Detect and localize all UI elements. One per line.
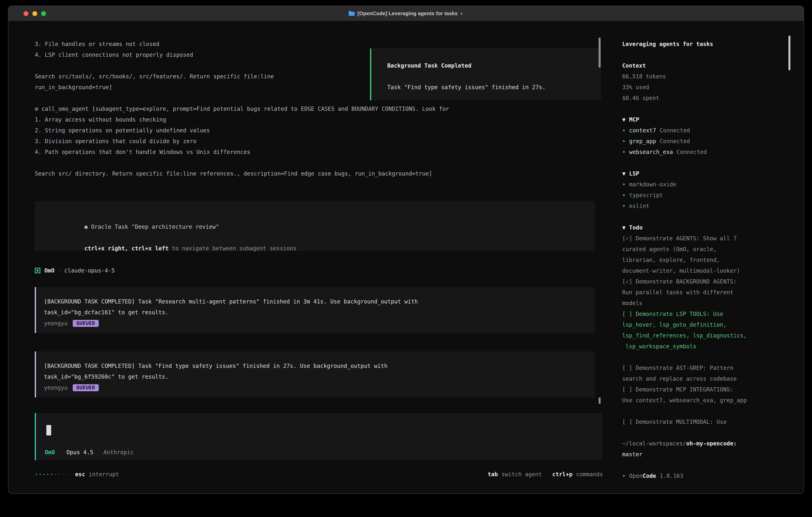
todo-line: document-writer, multimodal-looker) bbox=[622, 266, 747, 276]
agent-model: claude-opus-4-5 bbox=[64, 267, 115, 274]
context-spent: $0.46 spent bbox=[622, 93, 747, 104]
todo-line: librarian, explore, frontend, bbox=[622, 255, 747, 266]
bullet-icon: • bbox=[622, 203, 626, 209]
input-provider: Anthropic bbox=[103, 447, 134, 458]
todo-line: [ ] Demonstrate MCP INTEGRATIONS: bbox=[622, 384, 747, 395]
mcp-section-header[interactable]: ▼MCP bbox=[622, 114, 747, 125]
collapse-arrow-icon: ▼ bbox=[622, 170, 626, 177]
todo-line-active: lsp_workspace_symbols bbox=[622, 341, 747, 352]
mcp-item-name: websearch_exa bbox=[629, 149, 673, 155]
todo-line: [ ] Demonstrate MULTIMODAL: Use bbox=[622, 417, 747, 428]
prompt-input[interactable]: OmO Opus 4.5 Anthropic bbox=[35, 413, 602, 460]
todo-line: Use context7, websearch_exa, grep_app bbox=[622, 395, 747, 406]
context-tokens: 66,518 tokens bbox=[622, 71, 747, 82]
oracle-title: Oracle Task "Deep architecture review" bbox=[88, 223, 219, 230]
context-heading: Context bbox=[622, 60, 747, 71]
commands-label: commands bbox=[576, 469, 603, 480]
status-bar: ····· ···· esc interrupt tab switch agen… bbox=[35, 469, 603, 480]
mcp-item-name: grep_app bbox=[629, 138, 656, 144]
version-number: 1.0.163 bbox=[660, 472, 683, 479]
agent-icon bbox=[35, 268, 40, 273]
window-body: 3. File handles or streams not closed 4.… bbox=[8, 21, 804, 493]
oracle-hint: ctrl+x right, ctrl+x left to navigate be… bbox=[44, 232, 595, 243]
input-agent-name: OmO bbox=[45, 447, 55, 458]
esc-key-hint: esc bbox=[75, 469, 85, 480]
session-sidebar: Leveraging agents for tasks Context 66,5… bbox=[614, 21, 804, 493]
todo-line: [ ] Demonstrate AST-GREP: Pattern bbox=[622, 363, 747, 374]
mcp-item-status: Connected bbox=[660, 138, 690, 144]
message-author: yeongyu bbox=[44, 320, 67, 327]
main-scrollbar-thumb[interactable] bbox=[599, 398, 601, 404]
lsp-item: •markdown-oxide bbox=[622, 179, 747, 190]
traffic-light-close-button[interactable] bbox=[24, 11, 28, 16]
input-model: Opus 4.5 bbox=[66, 447, 93, 458]
sidebar-title: Leveraging agents for tasks bbox=[622, 39, 747, 50]
screen: [OpenCode] Leveraging agents for tasks ◐… bbox=[0, 0, 812, 517]
bullet-icon: • bbox=[622, 181, 626, 188]
tool-call-line: ⚙ call_omo_agent [subagent_type=explore,… bbox=[35, 104, 449, 114]
terminal-pane[interactable]: 3. File handles or streams not closed 4.… bbox=[8, 21, 614, 493]
bullet-icon: • bbox=[622, 138, 626, 144]
lsp-item-name: markdown-oxide bbox=[629, 181, 676, 188]
sidebar-scrollbar-thumb[interactable] bbox=[788, 35, 790, 71]
lsp-item: •eslint bbox=[622, 201, 747, 212]
oracle-icon: ◉ bbox=[84, 223, 88, 230]
input-meta: OmO Opus 4.5 Anthropic bbox=[45, 447, 134, 458]
mcp-item: •grep_appConnected bbox=[622, 136, 747, 147]
bullet-icon: • bbox=[622, 127, 626, 134]
traffic-light-minimize-button[interactable] bbox=[32, 11, 37, 16]
lsp-section-header[interactable]: ▼LSP bbox=[622, 168, 747, 179]
bullet-icon: • bbox=[622, 192, 626, 198]
lsp-item: •typescript bbox=[622, 190, 747, 201]
brand-code: Code bbox=[643, 472, 656, 479]
collapse-arrow-icon: ▼ bbox=[622, 224, 626, 231]
folder-icon bbox=[349, 11, 355, 16]
window-title-text: [OpenCode] Leveraging agents for tasks bbox=[357, 10, 458, 17]
window-title: [OpenCode] Leveraging agents for tasks ◐ bbox=[349, 10, 463, 17]
message-card: [BACKGROUND TASK COMPLETED] Task "Resear… bbox=[35, 287, 595, 333]
lsp-item-name: eslint bbox=[629, 203, 649, 209]
workspace-path: ~/local-workspaces/oh-my-opencode: bbox=[622, 438, 747, 449]
message-text: task_id="bg_dcfac161" to get results. bbox=[44, 307, 595, 318]
main-scrollbar-thumb[interactable] bbox=[599, 37, 601, 67]
ctrlp-key-hint: ctrl+p bbox=[552, 469, 573, 480]
agent-name: OmO bbox=[45, 267, 55, 274]
terminal-line: Search src/ directory. Return specific f… bbox=[35, 168, 449, 179]
queued-badge: QUEUED bbox=[73, 384, 99, 391]
agent-session-header: OmO · claude-opus-4-5 bbox=[35, 265, 115, 276]
window-titlebar[interactable]: [OpenCode] Leveraging agents for tasks ◐ bbox=[8, 6, 804, 21]
oracle-hint-keys: ctrl+x right, ctrl+x left bbox=[84, 245, 168, 252]
terminal-line: 1. Array access without bounds checking bbox=[35, 114, 449, 125]
todo-line-active: [ ] Demonstrate LSP TOOLS: Use bbox=[622, 309, 747, 320]
opencode-version: •OpenCode1.0.163 bbox=[622, 471, 747, 482]
agent-separator: · bbox=[58, 267, 61, 274]
spinner-dots-active: ····· bbox=[35, 469, 54, 480]
message-text: [BACKGROUND TASK COMPLETED] Task "Find t… bbox=[44, 361, 595, 372]
terminal-line bbox=[35, 158, 449, 168]
input-cursor bbox=[46, 425, 51, 435]
workspace-path-prefix: ~/local-workspaces/ bbox=[622, 440, 686, 447]
oracle-hint-rest: to navigate between subagent sessions bbox=[169, 245, 297, 252]
todo-line-active: lsp_hover, lsp_goto_definition, bbox=[622, 320, 747, 330]
mcp-item-status: Connected bbox=[676, 149, 707, 155]
tab-key-hint: tab bbox=[488, 469, 498, 480]
session-timer-icon: ◐ bbox=[460, 10, 463, 16]
todo-section-header[interactable]: ▼Todo bbox=[622, 222, 747, 233]
oracle-task-box: ◉ Oracle Task "Deep architecture review"… bbox=[35, 201, 595, 251]
branch-name: master bbox=[622, 449, 747, 460]
terminal-line: 2. String operations on potentially unde… bbox=[35, 125, 449, 136]
todo-line: [✓] Demonstrate BACKGROUND AGENTS: bbox=[622, 276, 747, 287]
message-card: [BACKGROUND TASK COMPLETED] Task "Find t… bbox=[35, 351, 595, 398]
terminal-line: 3. File handles or streams not closed bbox=[35, 39, 449, 50]
bullet-icon: • bbox=[622, 472, 626, 479]
toast-title: Background Task Completed bbox=[387, 60, 593, 71]
spinner-dots-idle: ···· bbox=[54, 469, 68, 480]
todo-line: models bbox=[622, 298, 747, 309]
todo-line: curated agents (OmO, oracle, bbox=[622, 244, 747, 255]
mcp-item: •context7Connected bbox=[622, 125, 747, 136]
traffic-light-zoom-button[interactable] bbox=[41, 11, 46, 16]
switch-agent-label: switch agent bbox=[501, 469, 542, 480]
message-author: yeongyu bbox=[44, 384, 67, 391]
brand-open: Open bbox=[629, 472, 643, 479]
terminal-line: 4. Path operations that don't handle Win… bbox=[35, 147, 449, 158]
